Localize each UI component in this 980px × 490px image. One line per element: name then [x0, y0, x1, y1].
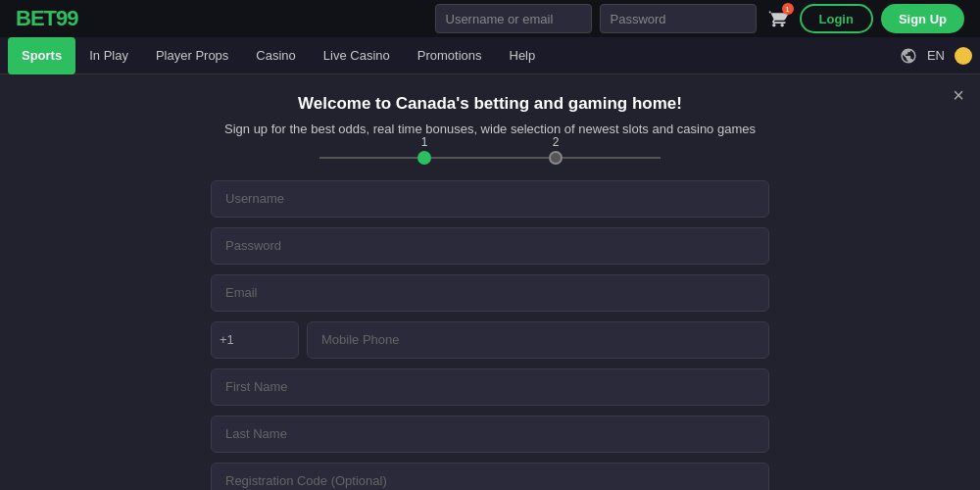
- globe-icon: [900, 47, 917, 65]
- modal-overlay: × Welcome to Canada's betting and gaming…: [0, 74, 980, 490]
- nav-item-inplay[interactable]: In Play: [75, 37, 142, 74]
- step-indicator: 1 2: [319, 151, 661, 165]
- logo: BET99: [16, 6, 77, 31]
- logo-num: 99: [56, 6, 77, 30]
- username-field[interactable]: [211, 180, 769, 218]
- signup-form: +1: [211, 180, 769, 491]
- phone-country-select[interactable]: +1: [211, 321, 299, 359]
- nav-item-promotions[interactable]: Promotions: [404, 37, 496, 74]
- signup-button[interactable]: Sign Up: [881, 4, 964, 33]
- last-name-field[interactable]: [211, 416, 769, 453]
- step-1-label: 1: [421, 135, 428, 149]
- cart-badge: 1: [782, 3, 794, 15]
- lang-label[interactable]: EN: [927, 48, 945, 63]
- nav-item-help[interactable]: Help: [496, 37, 550, 74]
- welcome-sub: Sign up for the best odds, real time bon…: [224, 120, 756, 139]
- step-line-left: [319, 157, 417, 159]
- nav-item-sports[interactable]: Sports: [8, 37, 75, 74]
- password-input[interactable]: [600, 4, 757, 33]
- close-button[interactable]: ×: [953, 84, 964, 107]
- header: BET99 1 Login Sign Up: [0, 0, 980, 37]
- logo-bet: BET: [16, 6, 56, 30]
- header-inputs: 1 Login Sign Up: [435, 4, 965, 33]
- mobile-phone-field[interactable]: [307, 321, 769, 359]
- nav: Sports In Play Player Props Casino Live …: [0, 37, 980, 74]
- theme-toggle-icon[interactable]: [955, 47, 972, 65]
- step-middle-line: [431, 157, 549, 159]
- reg-code-field[interactable]: [211, 463, 769, 491]
- phone-row: +1: [211, 321, 769, 359]
- step-2-label: 2: [553, 135, 560, 149]
- welcome-section: Welcome to Canada's betting and gaming h…: [224, 94, 756, 139]
- username-input[interactable]: [435, 4, 592, 33]
- login-button[interactable]: Login: [800, 4, 873, 33]
- step-2-dot: 2: [549, 151, 563, 165]
- welcome-title: Welcome to Canada's betting and gaming h…: [224, 94, 756, 114]
- step-1-dot: 1: [417, 151, 431, 165]
- nav-right: EN: [900, 47, 972, 65]
- step-line-right: [563, 157, 661, 159]
- nav-item-playerprops[interactable]: Player Props: [142, 37, 242, 74]
- nav-item-livecasino[interactable]: Live Casino: [310, 37, 404, 74]
- password-field[interactable]: [211, 227, 769, 265]
- cart-icon-wrap[interactable]: 1: [764, 5, 792, 32]
- email-field[interactable]: [211, 274, 769, 312]
- first-name-field[interactable]: [211, 368, 769, 406]
- nav-item-casino[interactable]: Casino: [242, 37, 309, 74]
